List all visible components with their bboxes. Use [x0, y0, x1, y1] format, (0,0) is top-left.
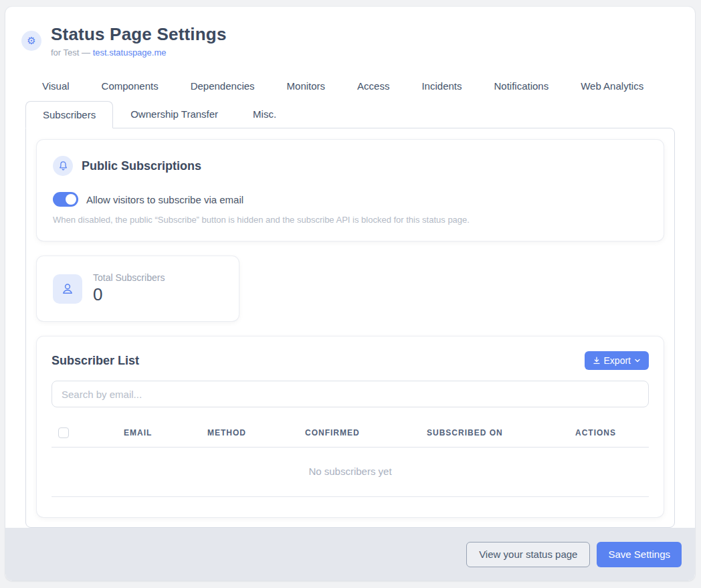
column-header-subscribed-on: SUBSCRIBED ON: [427, 428, 575, 437]
public-subscriptions-card: Public Subscriptions Allow visitors to s…: [37, 140, 664, 241]
tab-bar-secondary: Subscribers Ownership Transfer Misc.: [25, 101, 675, 128]
public-subscriptions-header: Public Subscriptions: [53, 156, 647, 176]
tab-misc[interactable]: Misc.: [235, 101, 294, 128]
export-button[interactable]: Export: [585, 351, 649, 370]
tab-subscribers[interactable]: Subscribers: [25, 101, 113, 128]
table-bottom-padding: [52, 497, 649, 517]
search-input[interactable]: [52, 381, 649, 407]
public-subscriptions-title: Public Subscriptions: [82, 159, 201, 173]
user-icon: [53, 274, 82, 304]
stat-text: Total Subscribers 0: [93, 272, 165, 305]
table-header-checkbox-cell: [52, 427, 124, 438]
header-text: Status Page Settings for Test — test.sta…: [51, 24, 227, 58]
subscriber-list-card: Subscriber List Export: [37, 336, 664, 517]
subscriber-list-title: Subscriber List: [52, 354, 139, 368]
header: ⚙ Status Page Settings for Test — test.s…: [5, 7, 695, 58]
subscriber-list-header: Subscriber List Export: [52, 351, 649, 370]
download-icon: [593, 357, 601, 365]
footer-action-bar: View your status page Save Settings: [5, 528, 695, 581]
column-header-email: EMAIL: [124, 428, 207, 437]
empty-state-text: No subscribers yet: [308, 466, 391, 477]
total-subscribers-card: Total Subscribers 0: [37, 256, 239, 321]
subtitle-prefix: for Test —: [51, 47, 90, 58]
page-title: Status Page Settings: [51, 24, 227, 45]
app-card: ⚙ Status Page Settings for Test — test.s…: [5, 7, 695, 581]
subscribe-toggle-row: Allow visitors to subscribe via email: [53, 192, 647, 207]
tab-web-analytics[interactable]: Web Analytics: [565, 75, 660, 101]
column-header-method: METHOD: [207, 428, 305, 437]
subscribe-toggle[interactable]: [53, 192, 78, 207]
tab-dependencies[interactable]: Dependencies: [175, 75, 271, 101]
bell-icon: [53, 156, 73, 176]
chevron-down-icon: [634, 357, 641, 364]
empty-state-row: No subscribers yet: [52, 448, 649, 497]
subscribe-helper-text: When disabled, the public “Subscribe” bu…: [53, 215, 647, 225]
tab-monitors[interactable]: Monitors: [271, 75, 342, 101]
select-all-checkbox[interactable]: [58, 427, 69, 438]
tab-visual[interactable]: Visual: [25, 75, 86, 101]
subscribe-toggle-label: Allow visitors to subscribe via email: [86, 194, 243, 205]
tab-incidents[interactable]: Incidents: [405, 75, 478, 101]
tab-ownership-transfer[interactable]: Ownership Transfer: [113, 101, 235, 128]
tab-bar-primary: Visual Components Dependencies Monitors …: [25, 75, 675, 101]
gear-icon: ⚙: [21, 31, 41, 51]
tab-components[interactable]: Components: [86, 75, 175, 101]
tab-notifications[interactable]: Notifications: [478, 75, 565, 101]
export-button-label: Export: [604, 355, 631, 366]
table-header-row: EMAIL METHOD CONFIRMED SUBSCRIBED ON ACT…: [52, 418, 649, 448]
save-settings-button[interactable]: Save Settings: [597, 542, 682, 567]
column-header-actions: ACTIONS: [575, 428, 649, 437]
column-header-confirmed: CONFIRMED: [305, 428, 427, 437]
page-subtitle: for Test — test.statuspage.me: [51, 47, 227, 58]
total-subscribers-value: 0: [93, 284, 165, 305]
toggle-knob: [66, 194, 76, 205]
view-status-page-button[interactable]: View your status page: [466, 542, 590, 567]
subscribers-table: EMAIL METHOD CONFIRMED SUBSCRIBED ON ACT…: [52, 418, 649, 517]
total-subscribers-label: Total Subscribers: [93, 272, 165, 283]
tab-access[interactable]: Access: [341, 75, 405, 101]
status-page-link[interactable]: test.statuspage.me: [93, 47, 167, 58]
content-panel: Public Subscriptions Allow visitors to s…: [25, 128, 675, 528]
